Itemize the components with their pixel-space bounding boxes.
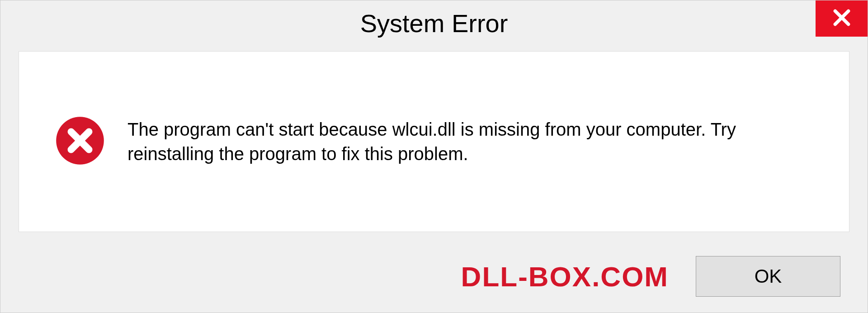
dialog-content: The program can't start because wlcui.dl… bbox=[19, 51, 849, 232]
ok-button[interactable]: OK bbox=[696, 256, 840, 297]
error-message: The program can't start because wlcui.dl… bbox=[127, 117, 813, 166]
watermark-text: DLL-BOX.COM bbox=[461, 261, 669, 293]
error-icon bbox=[55, 116, 105, 167]
error-dialog: System Error The program can't start bec… bbox=[0, 0, 868, 313]
dialog-footer: DLL-BOX.COM OK bbox=[0, 240, 868, 313]
close-button[interactable] bbox=[816, 0, 868, 37]
dialog-title: System Error bbox=[360, 9, 508, 38]
close-icon bbox=[832, 8, 852, 29]
title-bar: System Error bbox=[0, 0, 868, 46]
